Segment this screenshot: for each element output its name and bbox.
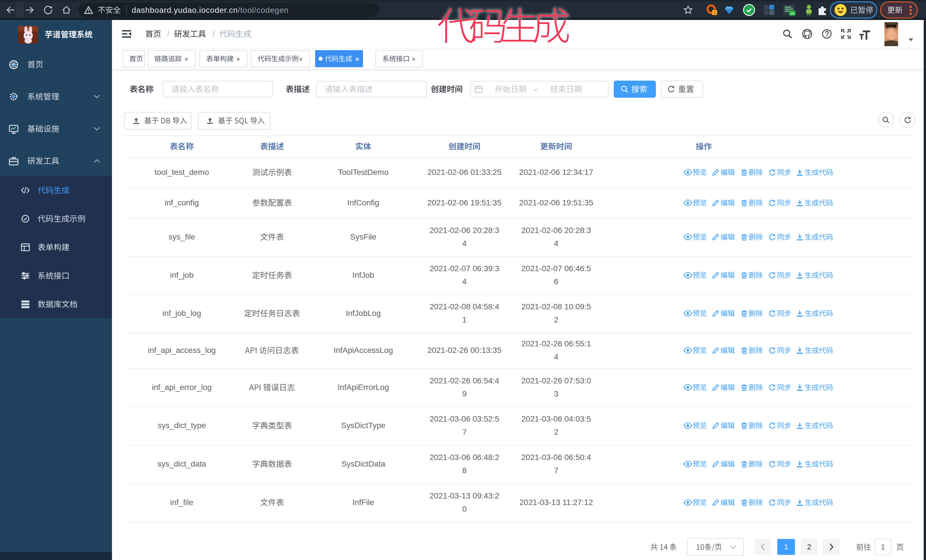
svg-text:on: on <box>790 11 794 15</box>
svg-text:1: 1 <box>713 10 716 15</box>
